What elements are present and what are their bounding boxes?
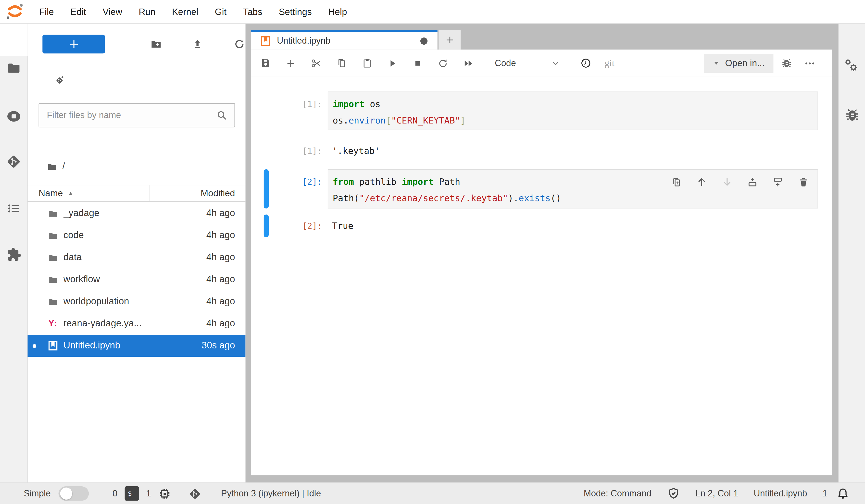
cell-toolbar	[671, 176, 809, 187]
file-row-data[interactable]: data 4h ago	[28, 246, 246, 269]
trust-indicator[interactable]	[667, 487, 680, 500]
insert-cell-above-button[interactable]	[747, 176, 758, 187]
chevron-down-icon	[551, 58, 566, 68]
file-filter-box	[39, 103, 235, 127]
interrupt-kernel-button[interactable]	[412, 58, 423, 69]
file-row-worldpopulation[interactable]: worldpopulation 4h ago	[28, 291, 246, 313]
table-of-contents-tab[interactable]	[0, 201, 28, 215]
copy-icon	[336, 58, 347, 68]
save-button[interactable]	[260, 58, 271, 69]
input-collapser[interactable]	[264, 169, 269, 209]
bug-icon	[844, 108, 860, 123]
file-filter-input[interactable]	[39, 110, 216, 120]
output-collapser[interactable]	[264, 139, 269, 162]
git-status-button[interactable]	[188, 487, 201, 500]
insert-cell-button[interactable]	[285, 58, 296, 69]
paste-cells-button[interactable]	[361, 58, 372, 69]
restart-run-all-button[interactable]	[463, 58, 474, 69]
scissors-icon	[311, 58, 322, 69]
history-clock-button[interactable]	[580, 58, 591, 69]
git-icon	[6, 154, 22, 169]
extension-manager-tab[interactable]	[0, 247, 28, 262]
file-name: data	[64, 252, 206, 263]
cell-type-dropdown[interactable]: Code	[486, 55, 566, 72]
code-line: Path("/etc/reana/secrets/.keytab").exist…	[333, 190, 817, 207]
restart-kernel-button[interactable]	[438, 58, 449, 69]
code-editor-2[interactable]: from pathlib import PathPath("/etc/reana…	[328, 169, 818, 209]
chip-icon	[158, 487, 171, 500]
delete-cell-button[interactable]	[798, 176, 809, 187]
cell-type-value: Code	[486, 58, 516, 68]
file-name: workflow	[64, 274, 206, 285]
output-collapser[interactable]	[264, 214, 269, 237]
kernel-sessions-button[interactable]	[158, 487, 171, 500]
folder-icon	[48, 208, 58, 219]
file-modified: 4h ago	[206, 274, 246, 285]
property-inspector-tab[interactable]	[839, 58, 865, 74]
output-area-2: [2]: True	[251, 214, 832, 237]
menu-tabs[interactable]: Tabs	[235, 0, 270, 23]
file-row-yadage[interactable]: _yadage 4h ago	[28, 202, 246, 224]
new-folder-button[interactable]	[147, 35, 166, 54]
file-browser-panel: / Name Modified _yadage 4h ago code 4h a…	[28, 24, 246, 483]
git-clone-button[interactable]	[51, 72, 68, 89]
main-dock-area: Untitled.ipynb	[246, 24, 838, 483]
column-name[interactable]: Name	[28, 188, 150, 198]
command-mode-indicator: Mode: Command	[584, 489, 651, 499]
file-row-workflow[interactable]: workflow 4h ago	[28, 269, 246, 291]
breadcrumb-root[interactable]: /	[62, 161, 65, 172]
running-sessions-tab[interactable]	[0, 108, 28, 124]
new-folder-icon	[150, 37, 162, 51]
move-cell-down-button[interactable]	[722, 176, 733, 187]
menu-edit[interactable]: Edit	[62, 0, 94, 23]
debugger-tab[interactable]	[839, 108, 865, 123]
menu-settings[interactable]: Settings	[270, 0, 320, 23]
tab-untitled-ipynb[interactable]: Untitled.ipynb	[251, 31, 438, 50]
menu-file[interactable]: File	[31, 0, 62, 23]
breadcrumb[interactable]: /	[47, 158, 65, 175]
menu-kernel[interactable]: Kernel	[164, 0, 207, 23]
open-in-button[interactable]: Open in...	[704, 54, 774, 72]
duplicate-cell-button[interactable]	[671, 176, 682, 187]
arrow-down-icon	[722, 176, 733, 187]
debugger-button[interactable]	[781, 58, 792, 69]
upload-button[interactable]	[188, 35, 207, 54]
home-folder-icon	[47, 161, 57, 172]
kernel-status[interactable]: Python 3 (ipykernel) | Idle	[221, 489, 321, 499]
search-icon	[216, 109, 228, 121]
cut-cells-button[interactable]	[311, 58, 322, 69]
trash-icon	[798, 177, 809, 187]
menu-view[interactable]: View	[94, 0, 130, 23]
fast-forward-icon	[463, 58, 474, 69]
cursor-position[interactable]: Ln 2, Col 1	[695, 489, 738, 499]
git-tab[interactable]	[0, 154, 28, 169]
menu-run[interactable]: Run	[130, 0, 164, 23]
terminal-icon[interactable]: $_	[125, 487, 139, 501]
file-row-untitled-ipynb[interactable]: Untitled.ipynb 30s ago	[28, 335, 246, 357]
gears-icon	[844, 58, 860, 74]
move-cell-up-button[interactable]	[696, 176, 707, 187]
menu-help[interactable]: Help	[320, 0, 355, 23]
new-launcher-button[interactable]	[43, 35, 105, 54]
git-icon	[188, 487, 201, 500]
terminals-count: 0	[113, 489, 117, 499]
notebook-icon	[48, 340, 59, 351]
file-browser-tab[interactable]	[0, 61, 28, 76]
new-tab-button[interactable]	[438, 31, 461, 50]
code-editor-1[interactable]: import osos.environ["CERN_KEYTAB"]	[328, 92, 818, 130]
input-collapser[interactable]	[264, 92, 269, 130]
insert-cell-below-button[interactable]	[772, 176, 783, 187]
notifications-button[interactable]	[836, 487, 850, 500]
simple-mode-label: Simple	[24, 489, 51, 499]
file-row-code[interactable]: code 4h ago	[28, 224, 246, 246]
run-cell-button[interactable]	[387, 58, 398, 69]
more-commands-button[interactable]	[804, 58, 815, 69]
column-modified[interactable]: Modified	[150, 185, 246, 201]
yaml-icon: Y:	[46, 319, 60, 329]
menu-git[interactable]: Git	[207, 0, 235, 23]
file-name: code	[64, 230, 206, 241]
simple-mode-toggle[interactable]	[58, 487, 89, 501]
stop-icon	[413, 59, 422, 68]
copy-cells-button[interactable]	[336, 58, 347, 69]
file-row-reana-yadage[interactable]: Y: reana-yadage.ya... 4h ago	[28, 313, 246, 335]
